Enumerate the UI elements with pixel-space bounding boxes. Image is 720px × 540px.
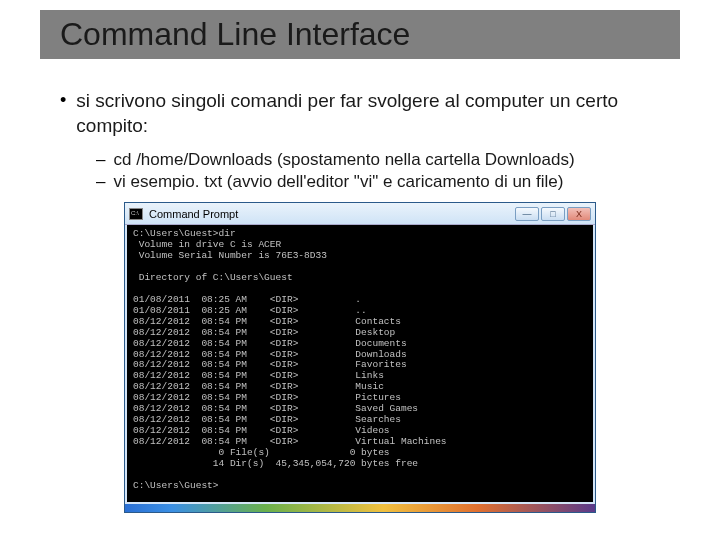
- terminal-row: 08/12/2012 08:54 PM <DIR> Downloads: [133, 349, 407, 360]
- terminal-output: C:\Users\Guest>dir Volume in drive C is …: [125, 225, 595, 503]
- window-title: Command Prompt: [149, 208, 515, 220]
- terminal-row: 08/12/2012 08:54 PM <DIR> Pictures: [133, 392, 401, 403]
- terminal-row: 01/08/2011 08:25 AM <DIR> ..: [133, 305, 367, 316]
- taskbar-strip: [125, 504, 595, 512]
- sub-bullet-text: cd /home/Downloads (spostamento nella ca…: [113, 150, 574, 170]
- terminal-row: 08/12/2012 08:54 PM <DIR> Music: [133, 381, 384, 392]
- sub-bullet-item: – cd /home/Downloads (spostamento nella …: [96, 150, 660, 170]
- terminal-line: Volume Serial Number is 76E3-8D33: [133, 250, 327, 261]
- command-prompt-window: Command Prompt — □ X C:\Users\Guest>dir …: [124, 202, 596, 512]
- terminal-row: 08/12/2012 08:54 PM <DIR> Documents: [133, 338, 407, 349]
- slide-content: • si scrivono singoli comandi per far sv…: [0, 59, 720, 513]
- cmd-icon: [129, 208, 143, 220]
- bullet-dash: –: [96, 150, 105, 170]
- bullet-dot: •: [60, 89, 66, 138]
- sub-bullet-item: – vi esempio. txt (avvio dell'editor "vi…: [96, 172, 660, 192]
- terminal-row: 08/12/2012 08:54 PM <DIR> Desktop: [133, 327, 395, 338]
- window-titlebar: Command Prompt — □ X: [125, 203, 595, 225]
- slide-title-bar: Command Line Interface: [40, 10, 680, 59]
- close-button[interactable]: X: [567, 207, 591, 221]
- terminal-line: C:\Users\Guest>dir: [133, 228, 236, 239]
- window-buttons: — □ X: [515, 207, 591, 221]
- maximize-button[interactable]: □: [541, 207, 565, 221]
- terminal-row: 08/12/2012 08:54 PM <DIR> Favorites: [133, 359, 407, 370]
- terminal-row: 08/12/2012 08:54 PM <DIR> Contacts: [133, 316, 401, 327]
- terminal-line: 0 File(s) 0 bytes: [133, 447, 390, 458]
- terminal-line: Volume in drive C is ACER: [133, 239, 281, 250]
- terminal-row: 08/12/2012 08:54 PM <DIR> Virtual Machin…: [133, 436, 447, 447]
- terminal-row: 08/12/2012 08:54 PM <DIR> Videos: [133, 425, 390, 436]
- terminal-row: 08/12/2012 08:54 PM <DIR> Saved Games: [133, 403, 418, 414]
- slide-title: Command Line Interface: [60, 16, 660, 53]
- terminal-line: 14 Dir(s) 45,345,054,720 bytes free: [133, 458, 418, 469]
- main-bullet: • si scrivono singoli comandi per far sv…: [60, 89, 660, 138]
- sub-bullet-text: vi esempio. txt (avvio dell'editor "vi" …: [113, 172, 563, 192]
- terminal-line: Directory of C:\Users\Guest: [133, 272, 293, 283]
- minimize-button[interactable]: —: [515, 207, 539, 221]
- terminal-prompt: C:\Users\Guest>: [133, 480, 219, 491]
- terminal-row: 08/12/2012 08:54 PM <DIR> Searches: [133, 414, 401, 425]
- main-bullet-text: si scrivono singoli comandi per far svol…: [76, 89, 660, 138]
- terminal-row: 08/12/2012 08:54 PM <DIR> Links: [133, 370, 384, 381]
- terminal-row: 01/08/2011 08:25 AM <DIR> .: [133, 294, 361, 305]
- bullet-dash: –: [96, 172, 105, 192]
- sub-bullet-list: – cd /home/Downloads (spostamento nella …: [96, 150, 660, 192]
